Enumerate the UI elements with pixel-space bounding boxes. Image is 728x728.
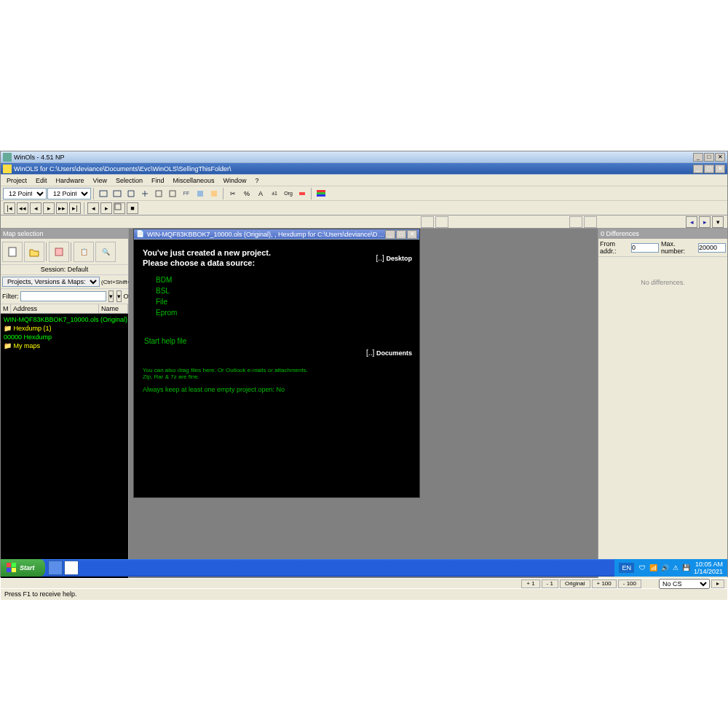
tb-btn[interactable] [111, 187, 124, 200]
doc-titlebar[interactable]: 📄 WIN-MQF83KBBOK7_10000.ols (Original), … [134, 229, 419, 240]
filter-btn[interactable]: ▾ [108, 290, 114, 302]
keep-open[interactable]: Always keep at least one empty project o… [143, 386, 411, 393]
font-size-combo-2[interactable]: 12 Point [47, 188, 91, 199]
tb-btn[interactable] [296, 187, 309, 200]
original-button[interactable]: Original [560, 579, 590, 588]
language-indicator[interactable]: EN [619, 563, 634, 573]
tray-icon[interactable]: 🔊 [661, 564, 669, 571]
menu-find[interactable]: Find [147, 175, 169, 186]
tb-btn[interactable]: FF [180, 187, 193, 200]
filter-input[interactable] [20, 291, 106, 301]
start-button[interactable]: Start [1, 559, 45, 577]
minimize-button[interactable]: _ [693, 153, 703, 162]
clock[interactable]: 10:05 AM1/14/2021 [694, 561, 723, 575]
nav-first-icon[interactable]: |◂ [4, 202, 15, 214]
tb-btn[interactable]: Org [282, 187, 295, 200]
tb-btn[interactable]: A [254, 187, 267, 200]
tray-icon[interactable]: 🛡 [639, 564, 646, 571]
nav-btn[interactable]: ■ [127, 202, 138, 214]
filter-btn[interactable]: ▾ [116, 290, 122, 302]
nav-right-icon[interactable]: ▸ [699, 216, 711, 228]
nav-prev-icon[interactable]: ◂ [30, 202, 41, 214]
percent-icon[interactable]: % [240, 187, 253, 200]
col-m[interactable]: M [1, 304, 11, 313]
documents-folder[interactable]: [..] Documents [366, 349, 412, 357]
col-address[interactable]: Address [11, 304, 99, 313]
menu-selection[interactable]: Selection [111, 175, 147, 186]
tb-btn[interactable] [138, 187, 151, 200]
tb-btn[interactable] [207, 187, 221, 200]
ruler-btn[interactable] [569, 216, 582, 228]
close-button[interactable]: ✕ [715, 153, 725, 162]
tray-icon[interactable]: 📶 [649, 564, 657, 571]
option-file[interactable]: File [156, 298, 411, 306]
tb-btn[interactable] [314, 187, 328, 200]
nav-prev2-icon[interactable]: ◂◂ [17, 202, 28, 214]
close-button[interactable]: ✕ [715, 165, 725, 173]
tree-item[interactable]: 00000 Hexdump [2, 333, 127, 341]
tree-item[interactable]: 📁 Hexdump (1) [2, 324, 127, 333]
plus1-button[interactable]: + 1 [521, 579, 539, 588]
tb-btn[interactable] [124, 187, 138, 200]
ruler-btn[interactable] [435, 216, 448, 228]
menu-project[interactable]: Project [2, 175, 31, 186]
tb-btn[interactable] [194, 187, 207, 200]
cs-btn[interactable]: ▸ [711, 579, 724, 588]
tb-btn[interactable]: ±1 [268, 187, 281, 200]
dropdown-icon[interactable]: ▾ [712, 216, 724, 228]
desktop-folder[interactable]: [..] Desktop [376, 254, 412, 262]
plus100-button[interactable]: + 100 [592, 579, 617, 588]
minus1-button[interactable]: - 1 [542, 579, 558, 588]
max-input[interactable] [698, 243, 726, 253]
font-size-combo-1[interactable]: 12 Point [3, 188, 47, 199]
minimize-button[interactable]: _ [693, 165, 703, 173]
tb-btn[interactable] [166, 187, 179, 200]
tray-icon[interactable]: 💾 [682, 564, 690, 571]
tool-icon[interactable] [49, 242, 69, 262]
quicklaunch-icon[interactable] [64, 561, 79, 575]
nav-last-icon[interactable]: ▸| [69, 202, 81, 214]
nav-btn[interactable]: ▸ [100, 202, 112, 214]
open-icon[interactable] [24, 242, 44, 262]
quicklaunch-icon[interactable] [48, 561, 63, 575]
help-link[interactable]: Start help file [144, 337, 411, 345]
nav-btn[interactable] [114, 202, 125, 214]
menu-edit[interactable]: Edit [31, 175, 52, 186]
project-tree[interactable]: WIN-MQF83KBBOK7_10000.ols (Original) 📁 H… [1, 314, 128, 578]
tree-item[interactable]: WIN-MQF83KBBOK7_10000.ols (Original) [2, 315, 127, 324]
tool-icon[interactable]: 🔍 [95, 242, 116, 262]
tool-icon[interactable]: 📋 [74, 242, 94, 262]
tb-btn[interactable] [97, 187, 110, 200]
col-name[interactable]: Name [99, 304, 128, 313]
minus100-button[interactable]: - 100 [618, 579, 641, 588]
option-bsl[interactable]: BSL [156, 287, 411, 295]
maximize-button[interactable]: □ [396, 230, 406, 239]
menu-misc[interactable]: Miscellaneous [168, 175, 218, 186]
close-button[interactable]: ✕ [407, 230, 417, 239]
ruler-btn[interactable] [421, 216, 434, 228]
ruler-btn[interactable] [584, 216, 597, 228]
tree-item[interactable]: 📁 My maps [2, 341, 127, 350]
option-eprom[interactable]: Eprom [156, 309, 411, 317]
menu-window[interactable]: Window [218, 175, 250, 186]
menu-view[interactable]: View [89, 175, 111, 186]
from-input[interactable] [631, 243, 659, 253]
new-icon[interactable] [2, 242, 23, 262]
nav-next-icon[interactable]: ▸ [43, 202, 55, 214]
minimize-button[interactable]: _ [385, 230, 395, 239]
projects-combo[interactable]: Projects, Versions & Maps: [2, 277, 100, 287]
tray-icon[interactable]: ⚠ [673, 564, 678, 571]
maximize-button[interactable]: □ [704, 165, 714, 173]
menu-hardware[interactable]: Hardware [52, 175, 89, 186]
menu-help[interactable]: ? [251, 175, 264, 186]
nav-btn[interactable]: ◂ [87, 202, 99, 214]
nav-next2-icon[interactable]: ▸▸ [56, 202, 68, 214]
option-bdm[interactable]: BDM [156, 276, 411, 284]
system-tray: EN 🛡 📶 🔊 ⚠ 💾 10:05 AM1/14/2021 [614, 559, 727, 577]
tb-btn[interactable] [152, 187, 165, 200]
cut-icon[interactable]: ✂ [226, 187, 240, 200]
cs-combo[interactable]: No CS [659, 579, 710, 589]
maximize-button[interactable]: □ [704, 153, 714, 162]
heading-2: Please choose a data source: [143, 258, 411, 267]
nav-left-icon[interactable]: ◂ [686, 216, 697, 228]
